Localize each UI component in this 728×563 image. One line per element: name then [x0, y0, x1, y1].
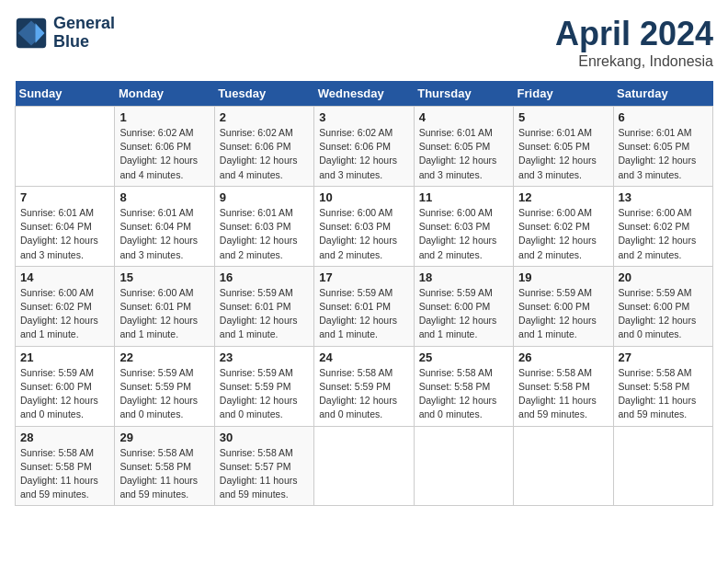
calendar-cell: 13Sunrise: 6:00 AM Sunset: 6:02 PM Dayli…: [613, 186, 712, 266]
day-number: 25: [419, 350, 508, 364]
calendar-header-friday: Friday: [514, 81, 613, 107]
calendar-cell: 5Sunrise: 6:01 AM Sunset: 6:05 PM Daylig…: [514, 107, 613, 187]
day-number: 6: [619, 110, 708, 124]
calendar-cell: 22Sunrise: 5:59 AM Sunset: 5:59 PM Dayli…: [115, 346, 214, 426]
logo-icon: [15, 17, 48, 50]
day-number: 2: [220, 110, 309, 124]
day-info: Sunrise: 6:02 AM Sunset: 6:06 PM Dayligh…: [220, 126, 309, 182]
calendar-cell: [613, 426, 712, 506]
day-number: 24: [319, 350, 408, 364]
calendar-header-tuesday: Tuesday: [214, 81, 313, 107]
day-number: 14: [20, 270, 109, 284]
day-info: Sunrise: 5:59 AM Sunset: 6:00 PM Dayligh…: [518, 286, 608, 342]
day-info: Sunrise: 6:01 AM Sunset: 6:04 PM Dayligh…: [119, 206, 209, 262]
calendar-cell: 8Sunrise: 6:01 AM Sunset: 6:04 PM Daylig…: [115, 186, 214, 266]
month-title: April 2024: [555, 15, 713, 53]
calendar-cell: 23Sunrise: 5:59 AM Sunset: 5:59 PM Dayli…: [214, 346, 313, 426]
day-number: 15: [119, 270, 209, 284]
page-header: General Blue April 2024 Enrekang, Indone…: [15, 15, 713, 70]
day-number: 1: [119, 110, 209, 124]
day-info: Sunrise: 5:59 AM Sunset: 6:00 PM Dayligh…: [20, 366, 109, 422]
location-title: Enrekang, Indonesia: [555, 53, 713, 70]
day-info: Sunrise: 6:02 AM Sunset: 6:06 PM Dayligh…: [119, 126, 209, 182]
calendar-week-row: 1Sunrise: 6:02 AM Sunset: 6:06 PM Daylig…: [16, 107, 713, 187]
calendar-week-row: 28Sunrise: 5:58 AM Sunset: 5:58 PM Dayli…: [16, 426, 713, 506]
day-info: Sunrise: 5:59 AM Sunset: 5:59 PM Dayligh…: [119, 366, 209, 422]
calendar-header-sunday: Sunday: [16, 81, 115, 107]
calendar-cell: 4Sunrise: 6:01 AM Sunset: 6:05 PM Daylig…: [414, 107, 513, 187]
day-number: 8: [119, 190, 209, 204]
day-info: Sunrise: 5:59 AM Sunset: 6:01 PM Dayligh…: [319, 286, 408, 342]
day-number: 7: [20, 190, 109, 204]
day-number: 21: [20, 350, 109, 364]
day-number: 22: [119, 350, 209, 364]
calendar-header-monday: Monday: [115, 81, 214, 107]
day-number: 5: [518, 110, 608, 124]
day-info: Sunrise: 5:59 AM Sunset: 6:00 PM Dayligh…: [419, 286, 508, 342]
calendar-cell: 29Sunrise: 5:58 AM Sunset: 5:58 PM Dayli…: [115, 426, 214, 506]
day-info: Sunrise: 6:02 AM Sunset: 6:06 PM Dayligh…: [319, 126, 408, 182]
day-number: 3: [319, 110, 408, 124]
day-info: Sunrise: 6:01 AM Sunset: 6:03 PM Dayligh…: [220, 206, 309, 262]
day-info: Sunrise: 5:58 AM Sunset: 5:58 PM Dayligh…: [20, 446, 109, 502]
day-info: Sunrise: 6:00 AM Sunset: 6:02 PM Dayligh…: [20, 286, 109, 342]
calendar-table: SundayMondayTuesdayWednesdayThursdayFrid…: [15, 81, 713, 506]
calendar-header-wednesday: Wednesday: [314, 81, 414, 107]
day-info: Sunrise: 6:00 AM Sunset: 6:03 PM Dayligh…: [319, 206, 408, 262]
day-number: 12: [518, 190, 608, 204]
calendar-cell: 14Sunrise: 6:00 AM Sunset: 6:02 PM Dayli…: [16, 266, 115, 346]
calendar-week-row: 7Sunrise: 6:01 AM Sunset: 6:04 PM Daylig…: [16, 186, 713, 266]
day-number: 11: [419, 190, 508, 204]
calendar-cell: 1Sunrise: 6:02 AM Sunset: 6:06 PM Daylig…: [115, 107, 214, 187]
calendar-cell: 25Sunrise: 5:58 AM Sunset: 5:58 PM Dayli…: [414, 346, 513, 426]
calendar-cell: 24Sunrise: 5:58 AM Sunset: 5:59 PM Dayli…: [314, 346, 414, 426]
logo: General Blue: [15, 15, 115, 52]
calendar-cell: 17Sunrise: 5:59 AM Sunset: 6:01 PM Dayli…: [314, 266, 414, 346]
day-info: Sunrise: 6:00 AM Sunset: 6:03 PM Dayligh…: [419, 206, 508, 262]
day-number: 26: [518, 350, 608, 364]
calendar-cell: 15Sunrise: 6:00 AM Sunset: 6:01 PM Dayli…: [115, 266, 214, 346]
day-info: Sunrise: 5:59 AM Sunset: 5:59 PM Dayligh…: [220, 366, 309, 422]
day-number: 28: [20, 431, 109, 444]
day-info: Sunrise: 6:01 AM Sunset: 6:04 PM Dayligh…: [20, 206, 109, 262]
calendar-header-thursday: Thursday: [414, 81, 513, 107]
calendar-cell: 2Sunrise: 6:02 AM Sunset: 6:06 PM Daylig…: [214, 107, 313, 187]
day-info: Sunrise: 5:58 AM Sunset: 5:58 PM Dayligh…: [419, 366, 508, 422]
calendar-cell: 16Sunrise: 5:59 AM Sunset: 6:01 PM Dayli…: [214, 266, 313, 346]
day-info: Sunrise: 5:58 AM Sunset: 5:58 PM Dayligh…: [119, 446, 209, 502]
calendar-cell: 28Sunrise: 5:58 AM Sunset: 5:58 PM Dayli…: [16, 426, 115, 506]
day-info: Sunrise: 5:59 AM Sunset: 6:00 PM Dayligh…: [619, 286, 708, 342]
title-area: April 2024 Enrekang, Indonesia: [555, 15, 713, 70]
calendar-cell: 18Sunrise: 5:59 AM Sunset: 6:00 PM Dayli…: [414, 266, 513, 346]
calendar-cell: 6Sunrise: 6:01 AM Sunset: 6:05 PM Daylig…: [613, 107, 712, 187]
day-info: Sunrise: 6:01 AM Sunset: 6:05 PM Dayligh…: [619, 126, 708, 182]
calendar-cell: 9Sunrise: 6:01 AM Sunset: 6:03 PM Daylig…: [214, 186, 313, 266]
calendar-cell: 26Sunrise: 5:58 AM Sunset: 5:58 PM Dayli…: [514, 346, 613, 426]
day-number: 18: [419, 270, 508, 284]
calendar-header-row: SundayMondayTuesdayWednesdayThursdayFrid…: [16, 81, 713, 107]
logo-text: General Blue: [53, 15, 115, 52]
day-number: 23: [220, 350, 309, 364]
calendar-cell: 30Sunrise: 5:58 AM Sunset: 5:57 PM Dayli…: [214, 426, 313, 506]
calendar-cell: [514, 426, 613, 506]
calendar-cell: 19Sunrise: 5:59 AM Sunset: 6:00 PM Dayli…: [514, 266, 613, 346]
calendar-cell: [414, 426, 513, 506]
day-info: Sunrise: 6:01 AM Sunset: 6:05 PM Dayligh…: [419, 126, 508, 182]
day-number: 29: [119, 431, 209, 444]
day-number: 9: [220, 190, 309, 204]
day-info: Sunrise: 5:58 AM Sunset: 5:57 PM Dayligh…: [220, 446, 309, 502]
day-number: 19: [518, 270, 608, 284]
calendar-cell: 27Sunrise: 5:58 AM Sunset: 5:58 PM Dayli…: [613, 346, 712, 426]
calendar-cell: 7Sunrise: 6:01 AM Sunset: 6:04 PM Daylig…: [16, 186, 115, 266]
calendar-cell: 3Sunrise: 6:02 AM Sunset: 6:06 PM Daylig…: [314, 107, 414, 187]
calendar-header-saturday: Saturday: [613, 81, 712, 107]
calendar-cell: 21Sunrise: 5:59 AM Sunset: 6:00 PM Dayli…: [16, 346, 115, 426]
day-number: 17: [319, 270, 408, 284]
day-number: 30: [220, 431, 309, 444]
day-number: 16: [220, 270, 309, 284]
day-info: Sunrise: 5:58 AM Sunset: 5:58 PM Dayligh…: [518, 366, 608, 422]
day-number: 20: [619, 270, 708, 284]
day-info: Sunrise: 6:00 AM Sunset: 6:01 PM Dayligh…: [119, 286, 209, 342]
calendar-cell: 20Sunrise: 5:59 AM Sunset: 6:00 PM Dayli…: [613, 266, 712, 346]
calendar-cell: 12Sunrise: 6:00 AM Sunset: 6:02 PM Dayli…: [514, 186, 613, 266]
